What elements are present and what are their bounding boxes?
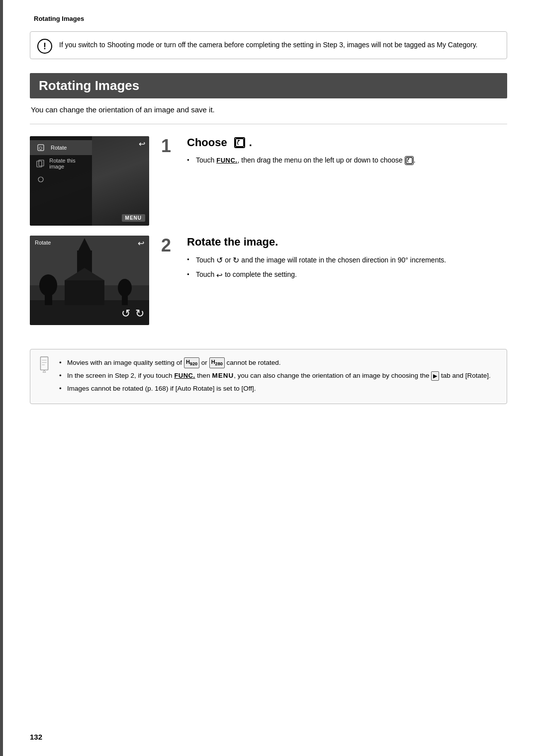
quality-badge-1920: H920 — [184, 357, 199, 368]
step-2-number: 2 — [161, 236, 175, 254]
step-1-bullets: Touch FUNC., then drag the menu on the l… — [187, 155, 507, 166]
step-2-bullet-1: Touch ↺ or ↻ and the image will rotate i… — [187, 254, 507, 267]
step-2-bullet-2: Touch ↩ to complete the setting. — [187, 269, 507, 281]
step-2-title: Rotate the image. — [187, 236, 507, 249]
screen1-back-arrow: ↩ — [139, 139, 145, 149]
menu-text-badge: MENU — [212, 372, 234, 379]
svg-text:Q: Q — [39, 146, 42, 151]
divider — [30, 124, 507, 124]
menu-label-rotate: Rotate — [51, 145, 67, 151]
warning-icon: ! — [37, 39, 52, 54]
back-icon: ↩ — [216, 271, 223, 279]
rotate-menu-icon: Q — [36, 143, 46, 153]
rotate-left-icon: ↺ — [216, 256, 223, 264]
step-1-row: Q Rotate — [30, 136, 507, 226]
note-icon — [36, 356, 52, 374]
page-number: 132 — [30, 733, 42, 741]
left-accent-bar — [0, 0, 3, 756]
camera-screen-2: Rotate ↩ ↺ ↻ — [30, 236, 149, 325]
play-tab-badge: ▶ — [431, 371, 439, 381]
svg-rect-5 — [236, 139, 244, 147]
step-1-bullet-1: Touch FUNC., then drag the menu on the l… — [187, 155, 507, 166]
menu-item-1: Q Rotate — [30, 140, 92, 155]
svg-rect-12 — [65, 280, 104, 305]
step-2-title-text: Rotate the image. — [187, 236, 278, 249]
rotate-right-icon: ↻ — [233, 256, 239, 264]
quality-badge-1280: H280 — [209, 357, 225, 368]
note-bullet-2: In the screen in Step 2, if you touch FU… — [59, 370, 498, 381]
menu-overlay: Q Rotate — [30, 136, 149, 226]
screen2-rotate-arrows: ↺ ↻ — [121, 307, 144, 320]
section-intro: You can change the orientation of an ima… — [30, 105, 507, 114]
svg-point-15 — [39, 274, 57, 296]
note-bullets: Movies with an image quality setting of … — [59, 357, 498, 394]
svg-point-4 — [38, 177, 43, 182]
section-title: Rotating Images — [39, 78, 139, 93]
step-2-bullets: Touch ↺ or ↻ and the image will rotate i… — [187, 254, 507, 281]
screen2-back-arrow: ↩ — [138, 239, 144, 248]
func-badge-2: FUNC. — [174, 371, 195, 381]
note-bullet-1: Movies with an image quality setting of … — [59, 357, 498, 368]
menu-item-2: Rotate this image — [30, 155, 92, 172]
step-1-title: Choose . — [187, 136, 507, 149]
rotate-right-arrow: ↻ — [135, 307, 144, 320]
step-2-row: Rotate ↩ ↺ ↻ 2 Rotate the image. Touch ↺ — [30, 236, 507, 325]
screen2-rotate-label: Rotate — [35, 240, 51, 246]
section-header: Rotating Images — [30, 73, 507, 98]
step-1-number: 1 — [161, 136, 175, 155]
rotate-q-inline — [405, 156, 414, 165]
svg-rect-6 — [406, 158, 412, 164]
svg-point-17 — [118, 279, 132, 297]
menu-label-rotate-image: Rotate this image — [49, 158, 86, 169]
copy-menu-icon — [36, 159, 44, 168]
note-box: Movies with an image quality setting of … — [30, 349, 507, 405]
breadcrumb: Rotating Images — [30, 15, 507, 22]
note-bullet-3: Images cannot be rotated (p. 168) if [Au… — [59, 383, 498, 394]
steps-container: Q Rotate — [30, 136, 507, 335]
other-menu-icon — [36, 174, 46, 184]
rotate-q-badge — [234, 137, 245, 148]
func-badge-1: FUNC. — [216, 156, 237, 166]
warning-box: ! If you switch to Shooting mode or turn… — [30, 31, 507, 59]
step-2-content: Rotate the image. Touch ↺ or ↻ and the i… — [187, 236, 507, 284]
menu-label-badge: MENU — [122, 214, 145, 222]
svg-rect-18 — [40, 357, 48, 370]
camera-screen-1: Q Rotate — [30, 136, 149, 226]
rotate-left-arrow: ↺ — [121, 307, 130, 320]
warning-text: If you switch to Shooting mode or turn o… — [59, 41, 478, 49]
menu-item-3 — [30, 172, 92, 187]
step-1-content: Choose . Touch FUNC., then drag the menu… — [187, 136, 507, 169]
